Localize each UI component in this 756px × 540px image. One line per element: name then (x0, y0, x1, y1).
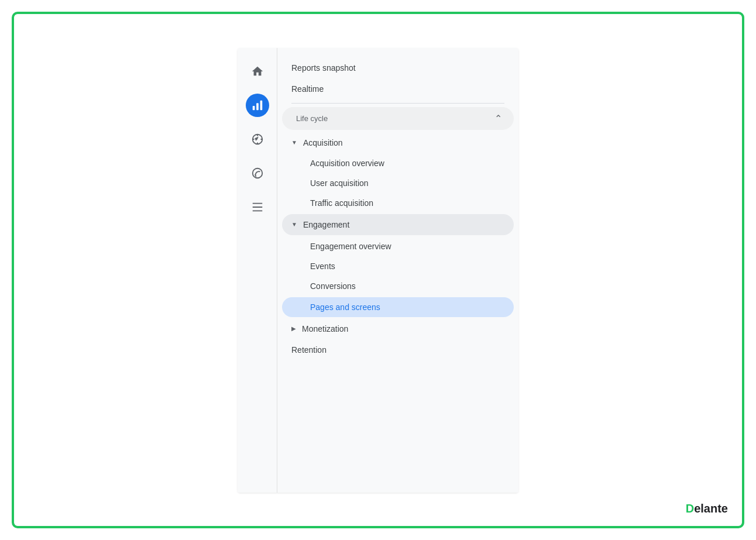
acquisition-label: Acquisition (303, 138, 343, 147)
sub-item-events[interactable]: Events (277, 256, 518, 276)
arrow-down-icon-engagement: ▼ (291, 221, 297, 228)
sub-item-pages-and-screens[interactable]: Pages and screens (282, 297, 514, 317)
sub-item-engagement-overview[interactable]: Engagement overview (277, 236, 518, 256)
engagement-label: Engagement (303, 220, 349, 229)
home-icon[interactable] (246, 60, 269, 83)
nav-item-reports-snapshot[interactable]: Reports snapshot (277, 57, 518, 78)
lifecycle-label: Life cycle (296, 114, 328, 123)
category-monetization[interactable]: ▶ Monetization (277, 318, 518, 339)
category-engagement[interactable]: ▼ Engagement (282, 214, 514, 235)
nav-panel: Reports snapshot Realtime Life cycle ⌃ ▼… (277, 48, 518, 493)
category-acquisition[interactable]: ▼ Acquisition (277, 132, 518, 153)
icon-sidebar (238, 48, 277, 493)
nav-divider (291, 103, 504, 104)
configure-icon[interactable] (246, 195, 269, 219)
brand: Delante (686, 502, 728, 515)
panel-container: Reports snapshot Realtime Life cycle ⌃ ▼… (238, 48, 518, 493)
sub-item-traffic-acquisition[interactable]: Traffic acquisition (277, 193, 518, 213)
lifecycle-section-header[interactable]: Life cycle ⌃ (282, 107, 514, 130)
svg-rect-0 (252, 105, 255, 109)
sub-item-acquisition-overview[interactable]: Acquisition overview (277, 153, 518, 173)
arrow-right-icon-monetization: ▶ (291, 325, 296, 332)
nav-item-realtime[interactable]: Realtime (277, 78, 518, 99)
brand-suffix: elante (694, 502, 728, 515)
outer-frame: Reports snapshot Realtime Life cycle ⌃ ▼… (12, 12, 744, 528)
brand-d: D (686, 502, 694, 515)
arrow-down-icon: ▼ (291, 139, 297, 146)
monetization-label: Monetization (302, 324, 348, 333)
svg-rect-2 (260, 100, 262, 110)
explore-icon[interactable] (246, 128, 269, 151)
sub-item-conversions[interactable]: Conversions (277, 276, 518, 296)
advertising-icon[interactable] (246, 161, 269, 185)
svg-point-4 (252, 168, 262, 178)
nav-item-retention[interactable]: Retention (277, 339, 518, 360)
chevron-up-icon: ⌃ (494, 113, 502, 124)
svg-rect-1 (256, 103, 259, 110)
sub-item-user-acquisition[interactable]: User acquisition (277, 173, 518, 193)
reports-icon[interactable] (246, 94, 269, 117)
